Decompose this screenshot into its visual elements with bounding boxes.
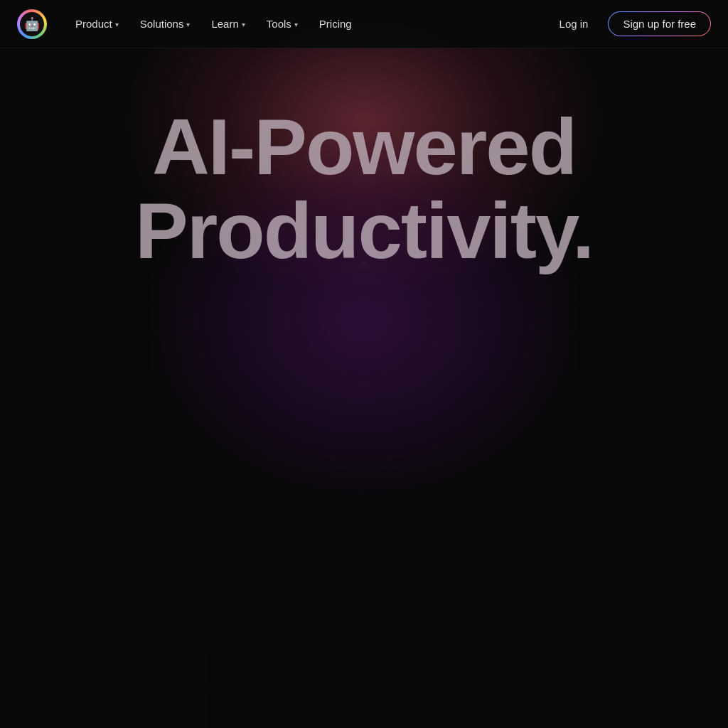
svg-line-6 [0, 262, 364, 728]
svg-line-9 [213, 262, 364, 728]
nav-item-product[interactable]: Product ▾ [67, 12, 127, 36]
svg-line-35 [107, 262, 364, 728]
signup-button[interactable]: Sign up for free [608, 11, 711, 36]
chevron-down-icon: ▾ [186, 21, 190, 28]
svg-line-38 [364, 262, 405, 728]
logo-icon: 🤖 [24, 18, 40, 31]
nav-links: Product ▾ Solutions ▾ Learn ▾ Tools ▾ Pr… [67, 12, 551, 36]
nav-item-tools[interactable]: Tools ▾ [258, 12, 306, 36]
svg-line-39 [364, 262, 476, 728]
hero-text: AI-Powered Productivity. [0, 48, 728, 272]
logo[interactable]: 🤖 [17, 9, 47, 39]
nav-item-learn[interactable]: Learn ▾ [203, 12, 253, 36]
svg-line-41 [364, 262, 690, 728]
svg-line-5 [0, 262, 364, 617]
svg-line-14 [364, 262, 728, 510]
svg-line-17 [364, 262, 657, 728]
svg-line-40 [364, 262, 619, 728]
svg-line-8 [142, 262, 364, 728]
svg-line-16 [364, 262, 728, 728]
nav-right: Log in Sign up for free [551, 11, 711, 36]
svg-line-15 [364, 262, 728, 617]
nav-item-pricing[interactable]: Pricing [311, 12, 360, 36]
hero-section: AI-Powered Productivity. [0, 0, 728, 728]
chevron-down-icon: ▾ [242, 21, 245, 28]
svg-line-18 [364, 262, 586, 728]
svg-line-4 [0, 262, 364, 510]
navbar: 🤖 Product ▾ Solutions ▾ Learn ▾ Tools ▾ … [0, 0, 728, 48]
svg-line-10 [284, 262, 364, 728]
login-button[interactable]: Log in [551, 12, 597, 36]
hero-title: AI-Powered Productivity. [135, 105, 593, 272]
chevron-down-icon: ▾ [115, 21, 119, 28]
svg-line-20 [364, 262, 444, 728]
nav-item-solutions[interactable]: Solutions ▾ [132, 12, 199, 36]
svg-line-19 [364, 262, 515, 728]
svg-line-36 [249, 262, 364, 728]
svg-line-34 [36, 262, 364, 728]
svg-line-37 [320, 262, 364, 728]
svg-line-7 [71, 262, 364, 728]
chevron-down-icon: ▾ [294, 21, 298, 28]
